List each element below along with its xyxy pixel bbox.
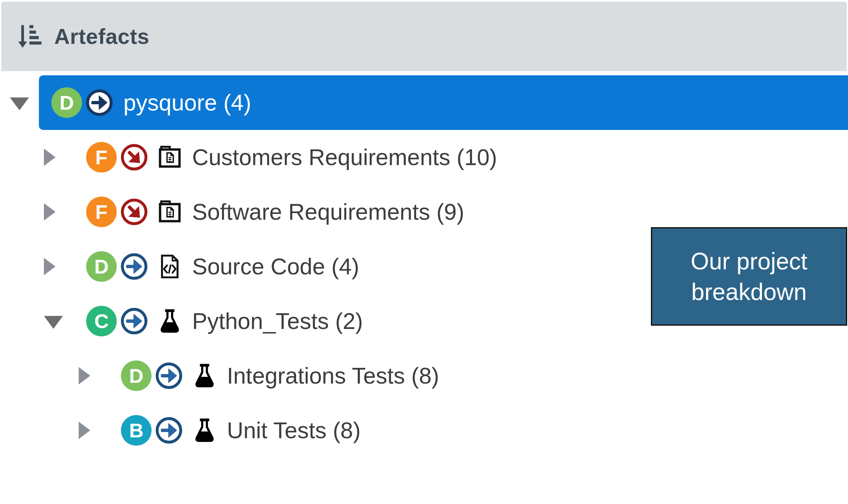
caret-down-icon[interactable] [44, 316, 63, 329]
grade-badge: D [86, 251, 117, 282]
requirements-folder-icon [157, 145, 182, 170]
tree-item-label[interactable]: pysquore (4) [123, 89, 251, 116]
arrow-circle-right-icon [155, 362, 183, 390]
tree-item-label[interactable]: Software Requirements (9) [192, 199, 464, 225]
arrow-circle-right-icon [120, 307, 148, 335]
tree-row-pysquore[interactable]: D pysquore (4) [0, 75, 848, 130]
arrow-circle-right-icon [120, 252, 148, 281]
tree-item-label[interactable]: Customers Requirements (10) [192, 144, 497, 170]
grade-badge: F [86, 197, 117, 227]
tree-row-integrations-tests[interactable]: D Integrations Tests (8) [0, 348, 848, 403]
annotation-line1: Our project [691, 246, 807, 276]
grade-badge: D [121, 360, 152, 391]
arrow-circle-right-icon [155, 416, 183, 444]
artefacts-panel-header: Artefacts [1, 2, 847, 71]
tree-row-unit-tests[interactable]: B Unit Tests (8) [0, 403, 848, 458]
arrow-circle-down-right-icon [114, 192, 154, 232]
tree-row-customers-requirements[interactable]: F Customers Requirements (10) [0, 130, 848, 185]
grade-badge: B [121, 415, 152, 446]
sort-amount-down-icon[interactable] [17, 22, 43, 51]
caret-right-icon[interactable] [44, 258, 55, 275]
code-file-icon [157, 254, 182, 279]
arrow-circle-right-icon [85, 89, 113, 117]
grade-badge: C [86, 306, 117, 336]
requirements-folder-icon [157, 199, 182, 224]
tree-item-label[interactable]: Source Code (4) [192, 253, 359, 280]
caret-down-icon[interactable] [10, 98, 29, 110]
annotation-line2: breakdown [691, 276, 807, 307]
flask-icon [157, 309, 182, 334]
grade-badge: D [51, 87, 82, 118]
arrow-circle-down-right-icon [114, 137, 154, 177]
annotation-box: Our project breakdown [651, 227, 847, 326]
caret-right-icon[interactable] [79, 367, 90, 384]
grade-badge: F [86, 142, 117, 173]
flask-icon [192, 363, 217, 388]
tree-item-label[interactable]: Python_Tests (2) [192, 308, 363, 334]
caret-right-icon[interactable] [79, 422, 90, 439]
tree-item-label[interactable]: Integrations Tests (8) [227, 362, 439, 389]
flask-icon [192, 418, 217, 443]
selected-row-highlight[interactable]: D pysquore (4) [39, 75, 848, 130]
panel-title: Artefacts [54, 24, 149, 49]
caret-right-icon[interactable] [44, 203, 55, 221]
tree-item-label[interactable]: Unit Tests (8) [227, 417, 361, 444]
caret-right-icon[interactable] [44, 149, 55, 166]
